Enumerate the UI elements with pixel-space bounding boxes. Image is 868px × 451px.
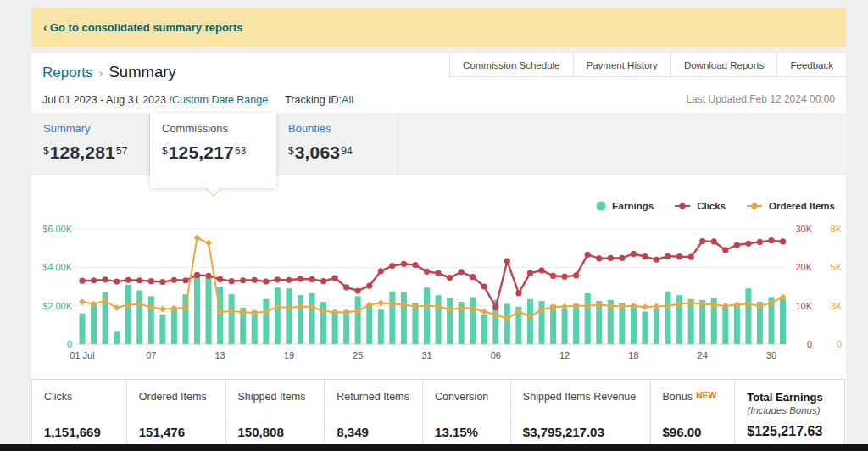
report-card: Commission Schedule Payment History Down… — [31, 53, 846, 444]
date-range-row: Jul 01 2023 - Aug 31 2023 /Custom Date R… — [42, 94, 353, 106]
tracking-id: Tracking ID:All — [285, 94, 353, 106]
tab-bounties-label: Bounties — [288, 122, 398, 135]
svg-text:25: 25 — [353, 350, 363, 360]
legend-label-earnings: Earnings — [612, 201, 654, 211]
new-badge: NEW — [696, 390, 717, 400]
svg-text:0: 0 — [807, 339, 812, 349]
svg-text:19: 19 — [284, 350, 294, 360]
svg-text:0: 0 — [837, 339, 842, 349]
earnings-circle-marker-icon — [596, 201, 606, 211]
breadcrumb: Reports›Summary — [42, 63, 176, 81]
stat-shipped-items: Shipped Items 150,808 — [225, 380, 325, 448]
tracking-id-value-link[interactable]: All — [342, 94, 353, 106]
download-reports-button[interactable]: Download Reports — [670, 53, 777, 77]
svg-text:8K: 8K — [831, 224, 843, 234]
svg-text:06: 06 — [491, 350, 501, 360]
svg-text:$6.00K: $6.00K — [42, 224, 73, 234]
stat-ordered-items: Ordered Items 151,476 — [126, 380, 225, 448]
back-banner: ‹ Go to consolidated summary reports — [31, 8, 846, 47]
svg-text:$2.00K: $2.00K — [42, 301, 73, 311]
stat-clicks: Clicks 1,151,669 — [32, 380, 126, 448]
stat-shipped-items-revenue: Shipped Items Revenue $3,795,217.03 — [510, 380, 650, 448]
chart-legend: Earnings Clicks Ordered Items — [596, 201, 835, 211]
svg-text:10K: 10K — [795, 301, 812, 311]
window-bottom-edge — [0, 444, 868, 451]
stats-table: Clicks 1,151,669 Ordered Items 151,476 S… — [31, 379, 845, 448]
commission-schedule-button[interactable]: Commission Schedule — [449, 53, 572, 77]
stat-conversion: Conversion 13.15% — [422, 380, 510, 448]
svg-text:01 Jul: 01 Jul — [70, 350, 94, 360]
tab-commissions-label: Commissions — [162, 122, 276, 135]
legend-label-clicks: Clicks — [697, 201, 726, 211]
legend-item-earnings[interactable]: Earnings — [596, 201, 654, 211]
stat-returned-items: Returned Items 8,349 — [324, 380, 422, 448]
legend-label-ordered-items: Ordered Items — [769, 201, 835, 211]
ordered-items-diamond-marker-icon — [746, 202, 763, 210]
svg-text:30K: 30K — [795, 224, 812, 234]
legend-item-ordered-items[interactable]: Ordered Items — [746, 201, 835, 211]
svg-text:31: 31 — [421, 350, 431, 360]
date-range-text: Jul 01 2023 - Aug 31 2023 / — [42, 94, 172, 106]
svg-text:18: 18 — [628, 350, 638, 360]
legend-item-clicks[interactable]: Clicks — [674, 201, 726, 211]
breadcrumb-chevron-icon: › — [99, 65, 103, 80]
svg-text:24: 24 — [698, 350, 708, 360]
svg-text:20K: 20K — [795, 262, 812, 272]
svg-text:30: 30 — [766, 350, 776, 360]
tab-bounties[interactable]: Bounties $3,06394 — [276, 113, 398, 175]
selected-tab-caret-icon — [205, 180, 222, 197]
svg-text:0: 0 — [67, 339, 72, 349]
tab-summary-amount: $128,28157 — [43, 142, 149, 163]
svg-text:07: 07 — [146, 350, 156, 360]
svg-text:$4.00K: $4.00K — [42, 262, 73, 272]
summary-chart[interactable]: $6.00K$4.00K$2.00K030K20K10K08K5K3K001 J… — [31, 195, 846, 365]
svg-text:12: 12 — [559, 350, 570, 360]
breadcrumb-reports-link[interactable]: Reports — [42, 64, 93, 81]
last-updated-text: Last Updated:Feb 12 2024 00:00 — [687, 93, 835, 105]
tab-summary-label: Summary — [43, 122, 149, 135]
earnings-tabs-strip: Summary $128,28157 Commissions $125,2176… — [31, 113, 846, 175]
payment-history-button[interactable]: Payment History — [573, 53, 670, 77]
svg-text:3K: 3K — [831, 301, 843, 311]
svg-text:5K: 5K — [831, 262, 843, 272]
back-to-consolidated-link[interactable]: ‹ Go to consolidated summary reports — [43, 21, 243, 34]
stat-bonus: BonusNEW $96.00 — [650, 380, 735, 448]
stat-total-earnings: Total Earnings (Includes Bonus) $125,217… — [734, 380, 844, 448]
tab-summary[interactable]: Summary $128,28157 — [31, 113, 150, 175]
clicks-diamond-marker-icon — [674, 202, 691, 210]
header-actions: Commission Schedule Payment History Down… — [449, 53, 846, 77]
page-title: Summary — [109, 63, 176, 81]
tracking-id-label: Tracking ID: — [285, 94, 342, 106]
custom-date-range-link[interactable]: Custom Date Range — [172, 94, 268, 106]
includes-bonus-note: (Includes Bonus) — [747, 405, 839, 415]
tab-bounties-amount: $3,06394 — [288, 142, 398, 163]
tab-commissions[interactable]: Commissions $125,21763 — [150, 113, 276, 188]
feedback-button[interactable]: Feedback — [776, 53, 846, 77]
tab-commissions-amount: $125,21763 — [162, 142, 276, 163]
svg-text:13: 13 — [214, 350, 225, 360]
